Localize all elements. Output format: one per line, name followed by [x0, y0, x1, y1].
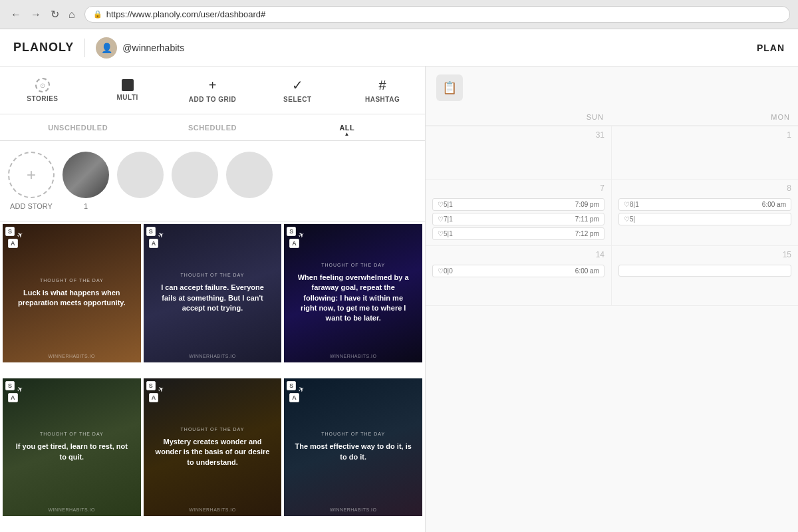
home-button[interactable]: ⌂	[66, 7, 78, 22]
toolbar-multi[interactable]: MULTI	[85, 74, 170, 106]
story-item-3	[172, 152, 218, 198]
badge-a-1: A	[8, 239, 18, 248]
refresh-button[interactable]: ↻	[48, 7, 62, 22]
event-8-1[interactable]: ♡8|1 6:00 am	[618, 198, 791, 211]
cal-cell-1: 1	[612, 126, 798, 179]
event-15-1[interactable]	[618, 265, 791, 277]
event-8-2[interactable]: ♡5|	[618, 213, 791, 225]
post-item-2[interactable]: THOUGHT OF THE DAY I can accept failure.…	[144, 224, 282, 362]
story-empty-2	[117, 152, 164, 198]
add-story-item: + ADD STORY	[8, 152, 55, 210]
badge-a-2: A	[149, 239, 159, 248]
badge-a-5: A	[149, 393, 159, 402]
cal-date-8: 8	[618, 184, 791, 193]
cal-date-7: 7	[432, 184, 604, 193]
post-subtitle-5: THOUGHT OF THE DAY	[154, 427, 271, 432]
badge-a-6: A	[289, 393, 299, 402]
post-item-4[interactable]: THOUGHT OF THE DAY If you get tired, lea…	[3, 378, 141, 517]
post-subtitle-2: THOUGHT OF THE DAY	[154, 273, 271, 277]
tabs: UNSCHEDULED SCHEDULED ALL	[0, 114, 425, 141]
browser-nav-icons: ← → ↻ ⌂	[8, 7, 78, 22]
badge-a-3: A	[289, 239, 299, 248]
cal-week-2: 7 ♡5|1 7:09 pm ♡7|1 7:11 pm ♡5|1 7:12 pm	[426, 180, 798, 246]
event-14-1-likes: ♡0|0	[438, 267, 453, 275]
toolbar-hashtag[interactable]: # HASHTAG	[340, 72, 425, 108]
app-header: PLANOLY 👤 @winnerhabits PLAN	[0, 29, 798, 66]
event-8-1-likes: ♡8|1	[624, 201, 639, 208]
cal-cell-31: 31	[426, 126, 612, 179]
event-7-1-likes: ♡5|1	[438, 201, 453, 208]
post-badge-6: S ✈ A	[287, 381, 296, 390]
clipboard-icon: 📋	[442, 80, 457, 95]
right-panel: 📋 SUN MON 31 1 7	[426, 66, 798, 532]
back-button[interactable]: ←	[8, 7, 24, 22]
story-image-1	[63, 152, 109, 198]
multi-icon	[122, 79, 134, 91]
post-item-6[interactable]: THOUGHT OF THE DAY The most effective wa…	[284, 378, 422, 517]
cal-date-31: 31	[432, 130, 604, 140]
event-7-3[interactable]: ♡5|1 7:12 pm	[432, 227, 604, 240]
stories-row: + ADD STORY 1	[0, 141, 425, 221]
hash-icon: #	[379, 78, 386, 93]
address-bar[interactable]: 🔒 https://www.planoly.com/user/dashboard…	[84, 6, 790, 23]
tab-unscheduled[interactable]: UNSCHEDULED	[11, 117, 145, 138]
toolbar-stories[interactable]: ⊙ STORIES	[0, 72, 85, 108]
event-14-1[interactable]: ♡0|0 6:00 am	[432, 265, 604, 277]
cal-events-14: ♡0|0 6:00 am	[432, 265, 604, 277]
tab-scheduled[interactable]: SCHEDULED	[145, 117, 279, 138]
post-item-1[interactable]: THOUGHT OF THE DAY Luck is what happens …	[3, 224, 141, 362]
badge-s-4: S	[5, 381, 15, 390]
post-quote-3: When feeling overwhelmed by a faraway go…	[295, 273, 412, 324]
story-empty-4	[226, 152, 273, 198]
cal-cell-8: 8 ♡8|1 6:00 am ♡5|	[612, 180, 798, 245]
post-item-3[interactable]: THOUGHT OF THE DAY When feeling overwhel…	[284, 224, 422, 362]
cal-date-14: 14	[432, 250, 604, 259]
badge-s-6: S	[287, 381, 296, 390]
event-7-2[interactable]: ♡7|1 7:11 pm	[432, 213, 604, 225]
select-label: SELECT	[283, 96, 311, 103]
post-overlay-1: THOUGHT OF THE DAY Luck is what happens …	[3, 224, 141, 362]
post-quote-5: Mystery creates wonder and wonder is the…	[154, 437, 271, 467]
post-badge-2: S ✈ A	[146, 227, 156, 236]
tab-all[interactable]: ALL	[280, 117, 414, 138]
add-label: ADD TO GRID	[189, 96, 236, 103]
cal-headers: SUN MON	[426, 109, 798, 126]
cal-events-15	[618, 265, 791, 277]
post-footer-6: WINNERHABITS.IO	[284, 507, 422, 512]
header-divider	[84, 39, 85, 57]
post-subtitle-1: THOUGHT OF THE DAY	[13, 278, 130, 283]
story-empty-3	[172, 152, 218, 198]
toolbar: ⊙ STORIES MULTI + ADD TO GRID ✓ SELECT #…	[0, 66, 425, 114]
toolbar-select[interactable]: ✓ SELECT	[255, 72, 340, 108]
post-badge-4: S ✈ A	[5, 381, 15, 390]
toolbar-add-to-grid[interactable]: + ADD TO GRID	[170, 72, 255, 108]
cal-events-7: ♡5|1 7:09 pm ♡7|1 7:11 pm ♡5|1 7:12 pm	[432, 198, 604, 240]
add-story-button[interactable]: +	[8, 152, 55, 198]
post-overlay-6: THOUGHT OF THE DAY The most effective wa…	[284, 378, 422, 517]
event-7-1[interactable]: ♡5|1 7:09 pm	[432, 198, 604, 211]
cal-week-1: 31 1	[426, 126, 798, 180]
browser-chrome: ← → ↻ ⌂ 🔒 https://www.planoly.com/user/d…	[0, 0, 798, 29]
avatar-icon: 👤	[101, 43, 112, 53]
post-overlay-5: THOUGHT OF THE DAY Mystery creates wonde…	[144, 378, 282, 517]
event-7-3-likes: ♡5|1	[438, 230, 453, 237]
story-item-1[interactable]: 1	[63, 152, 109, 210]
avatar: 👤	[96, 37, 117, 59]
post-quote-4: If you get tired, learn to rest, not to …	[13, 442, 130, 462]
url-text: https://www.planoly.com/user/dashboard#	[106, 9, 266, 19]
post-footer-5: WINNERHABITS.IO	[144, 507, 282, 512]
badge-a-4: A	[8, 393, 18, 402]
post-item-5[interactable]: THOUGHT OF THE DAY Mystery creates wonde…	[144, 378, 282, 517]
event-8-1-time: 6:00 am	[762, 201, 786, 208]
post-subtitle-3: THOUGHT OF THE DAY	[295, 263, 412, 267]
calendar-clipboard-button[interactable]: 📋	[436, 74, 463, 101]
forward-button[interactable]: →	[28, 7, 44, 22]
cal-cell-7: 7 ♡5|1 7:09 pm ♡7|1 7:11 pm ♡5|1 7:12 pm	[426, 180, 612, 245]
header-user: 👤 @winnerhabits	[96, 37, 184, 59]
story-item-2	[117, 152, 164, 198]
story-label-1: 1	[84, 202, 88, 210]
cal-header-mon: MON	[612, 109, 798, 126]
post-badge-1: S ✈ A	[5, 227, 15, 236]
cal-cell-14: 14 ♡0|0 6:00 am	[426, 246, 612, 305]
event-7-3-time: 7:12 pm	[575, 230, 599, 237]
